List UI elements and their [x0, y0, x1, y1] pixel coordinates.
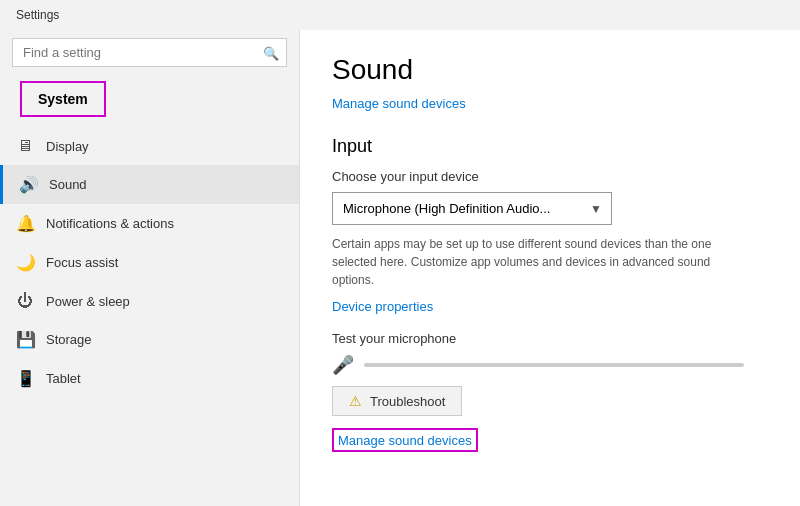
system-nav-item[interactable]: System: [20, 81, 106, 117]
tablet-icon: 📱: [16, 369, 34, 388]
sidebar-item-storage-label: Storage: [46, 332, 92, 347]
warning-icon: ⚠: [349, 393, 362, 409]
sidebar-item-focus-label: Focus assist: [46, 255, 118, 270]
description-text: Certain apps may be set up to use differ…: [332, 235, 752, 289]
manage-sound-devices-bottom-box: Manage sound devices: [332, 428, 478, 452]
sidebar-item-display-label: Display: [46, 139, 89, 154]
app-container: 🔍 System 🖥 Display 🔊 Sound 🔔 Notificatio…: [0, 30, 800, 506]
storage-icon: 💾: [16, 330, 34, 349]
page-title: Sound: [332, 54, 768, 86]
input-section-title: Input: [332, 136, 768, 157]
title-bar-text: Settings: [16, 8, 59, 22]
sidebar-item-power-label: Power & sleep: [46, 294, 130, 309]
sidebar-item-focus[interactable]: 🌙 Focus assist: [0, 243, 299, 282]
sidebar-item-notifications[interactable]: 🔔 Notifications & actions: [0, 204, 299, 243]
sidebar: 🔍 System 🖥 Display 🔊 Sound 🔔 Notificatio…: [0, 30, 300, 506]
sidebar-item-sound-label: Sound: [49, 177, 87, 192]
sidebar-item-tablet-label: Tablet: [46, 371, 81, 386]
mic-level-bar: [364, 363, 744, 367]
microphone-icon: 🎤: [332, 354, 354, 376]
main-content: Sound Manage sound devices Input Choose …: [300, 30, 800, 506]
input-device-select[interactable]: Microphone (High Definition Audio...: [332, 192, 612, 225]
test-mic-label: Test your microphone: [332, 331, 768, 346]
input-device-dropdown-container: Microphone (High Definition Audio... ▼: [332, 192, 612, 225]
title-bar: Settings: [0, 0, 800, 30]
sidebar-item-power[interactable]: ⏻ Power & sleep: [0, 282, 299, 320]
mic-area: 🎤: [332, 354, 768, 376]
sidebar-item-tablet[interactable]: 📱 Tablet: [0, 359, 299, 398]
notifications-icon: 🔔: [16, 214, 34, 233]
sidebar-item-display[interactable]: 🖥 Display: [0, 127, 299, 165]
power-icon: ⏻: [16, 292, 34, 310]
sidebar-item-sound[interactable]: 🔊 Sound: [0, 165, 299, 204]
display-icon: 🖥: [16, 137, 34, 155]
manage-sound-devices-top-link[interactable]: Manage sound devices: [332, 96, 466, 111]
search-container: 🔍: [12, 38, 287, 67]
input-device-label: Choose your input device: [332, 169, 768, 184]
device-properties-link[interactable]: Device properties: [332, 299, 433, 314]
troubleshoot-label: Troubleshoot: [370, 394, 445, 409]
sidebar-item-notifications-label: Notifications & actions: [46, 216, 174, 231]
search-input[interactable]: [12, 38, 287, 67]
manage-sound-devices-bottom-link[interactable]: Manage sound devices: [338, 433, 472, 448]
search-icon: 🔍: [263, 45, 279, 60]
sidebar-item-storage[interactable]: 💾 Storage: [0, 320, 299, 359]
troubleshoot-button[interactable]: ⚠ Troubleshoot: [332, 386, 462, 416]
sound-icon: 🔊: [19, 175, 37, 194]
focus-icon: 🌙: [16, 253, 34, 272]
